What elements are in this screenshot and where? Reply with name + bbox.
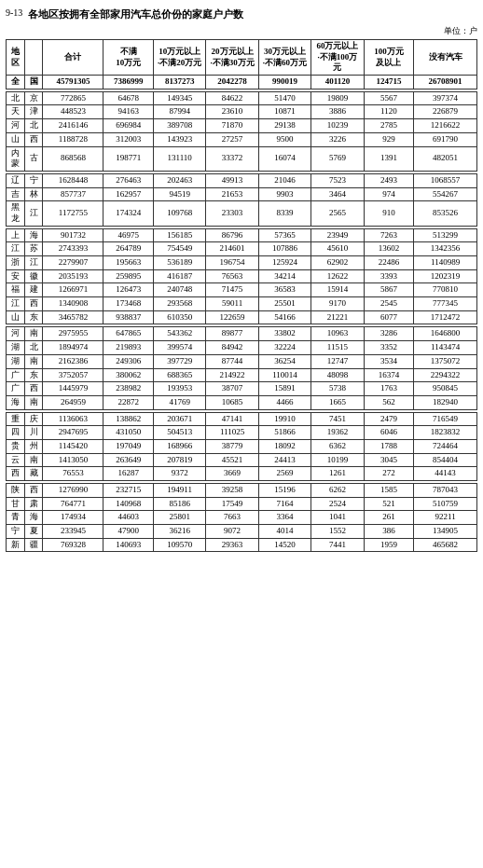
total-cell: 1188728 <box>43 132 104 146</box>
area-cell: 肃 <box>24 497 43 511</box>
c5-cell: 48098 <box>311 368 364 382</box>
region-cell: 黑龙 <box>7 201 25 226</box>
page: 9-13 各地区按拥有全部家用汽车总价份的家庭户户数 单位：户 地区 合计 不满… <box>0 0 483 559</box>
c6-cell: 929 <box>364 132 414 146</box>
c6-cell: 1585 <box>364 484 414 498</box>
c2-cell: 203671 <box>153 412 205 426</box>
c3-cell: 7663 <box>206 511 258 525</box>
c2-cell: 504513 <box>153 426 205 440</box>
area-cell: 京 <box>24 91 43 105</box>
c1-cell: 94163 <box>104 105 154 119</box>
total-cell: 1413050 <box>43 453 104 467</box>
area-cell: 海 <box>24 228 43 242</box>
c2-cell: 416187 <box>153 269 205 283</box>
c6-cell: 1763 <box>364 382 414 396</box>
region-cell: 陕 <box>7 484 25 498</box>
c2-cell: 9372 <box>153 467 205 481</box>
table-row: 湖南21623862493063977298774436254127473534… <box>7 354 477 368</box>
c4-cell: 33802 <box>258 327 310 341</box>
region-cell: 北 <box>7 91 25 105</box>
total-cell: 2035193 <box>43 269 104 283</box>
c5-cell: 21221 <box>311 310 364 324</box>
c2-cell: 168966 <box>153 439 205 453</box>
total-cell: 3752057 <box>43 368 104 382</box>
region-cell: 新 <box>7 538 25 552</box>
c7-cell: 787043 <box>414 484 477 498</box>
c1-cell: 219893 <box>104 341 154 355</box>
c4-cell: 15196 <box>258 484 310 498</box>
table-row: 海南26495922872417691068544661665562182940 <box>7 395 477 409</box>
total-cell: 1266971 <box>43 283 104 297</box>
c1-cell: 195663 <box>104 256 154 270</box>
c2-cell: 543362 <box>153 327 205 341</box>
c4-cell: 51470 <box>258 91 310 105</box>
c2-cell: 85186 <box>153 497 205 511</box>
unit-label: 单位：户 <box>6 25 477 37</box>
table-row: 重庆11360631388622036714714119910745124797… <box>7 412 477 426</box>
area-cell: 北 <box>24 119 43 133</box>
c1-cell: 64678 <box>104 91 154 105</box>
title-text: 各地区按拥有全部家用汽车总价份的家庭户户数 <box>28 7 243 21</box>
table-row: 西藏7655316287937236692569126127244143 <box>7 467 477 481</box>
c7-cell: 2294322 <box>414 368 477 382</box>
c7-cell: 513299 <box>414 228 477 242</box>
region-cell: 江 <box>7 297 25 311</box>
c6-cell: 2545 <box>364 297 414 311</box>
area-cell: 南 <box>24 327 43 341</box>
table-row: 江苏27433932647897545492146011078864561013… <box>7 242 477 256</box>
c1-cell: 198771 <box>104 146 154 171</box>
title-number: 9-13 <box>6 7 22 18</box>
total-cell: 1172755 <box>43 201 104 226</box>
c4-cell: 15891 <box>258 382 310 396</box>
c5-cell: 7523 <box>311 173 364 187</box>
c4-cell: 32224 <box>258 341 310 355</box>
c2-cell: 754549 <box>153 242 205 256</box>
c3-cell: 76563 <box>206 269 258 283</box>
c5-cell: 19809 <box>311 91 364 105</box>
table-row: 广西14459792389821939533870715891573817639… <box>7 382 477 396</box>
c3-cell: 38779 <box>206 439 258 453</box>
c1-cell: 647865 <box>104 327 154 341</box>
total-cell: 2947695 <box>43 426 104 440</box>
c3-cell: 33372 <box>206 146 258 171</box>
table-row: 甘肃76477114096885186175497164252452151075… <box>7 497 477 511</box>
c3-cell: 29363 <box>206 538 258 552</box>
region-cell: 甘 <box>7 497 25 511</box>
area-cell: 林 <box>24 187 43 201</box>
c5-cell: 15914 <box>311 283 364 297</box>
table-row: 河南29759556478655433628987733802109633286… <box>7 327 477 341</box>
c5-cell: 12747 <box>311 354 364 368</box>
c4-cell: 25501 <box>258 297 310 311</box>
c6-cell: 16374 <box>364 368 414 382</box>
area-cell: 南 <box>24 395 43 409</box>
header-region: 地区 <box>7 40 25 76</box>
c7-cell: 1068557 <box>414 173 477 187</box>
c3-cell: 71475 <box>206 283 258 297</box>
region-cell: 河 <box>7 119 25 133</box>
c5-cell: 5738 <box>311 382 364 396</box>
area-cell: 疆 <box>24 538 43 552</box>
c1-cell: 259895 <box>104 269 154 283</box>
region-cell: 青 <box>7 511 25 525</box>
table-row: 北京77286564678149345846225147019809556739… <box>7 91 477 105</box>
c6-cell: 7263 <box>364 228 414 242</box>
c6-cell: 386 <box>364 525 414 539</box>
c1-cell: 174324 <box>104 201 154 226</box>
total-cell: 1628448 <box>43 173 104 187</box>
c2-cell: 194911 <box>153 484 205 498</box>
region-cell: 贵 <box>7 439 25 453</box>
c7-cell: 554267 <box>414 187 477 201</box>
c4-cell: 990019 <box>258 76 310 90</box>
area-cell: 西 <box>24 382 43 396</box>
c3-cell: 9072 <box>206 525 258 539</box>
total-cell: 76553 <box>43 467 104 481</box>
table-row: 广东37520573800626883652149221100144809816… <box>7 368 477 382</box>
header-col3: 20万元以上·不满30万元 <box>206 40 258 76</box>
c5-cell: 10239 <box>311 119 364 133</box>
c5-cell: 12622 <box>311 269 364 283</box>
c2-cell: 536189 <box>153 256 205 270</box>
c7-cell: 716549 <box>414 412 477 426</box>
c6-cell: 22486 <box>364 256 414 270</box>
c1-cell: 138862 <box>104 412 154 426</box>
c4-cell: 8339 <box>258 201 310 226</box>
